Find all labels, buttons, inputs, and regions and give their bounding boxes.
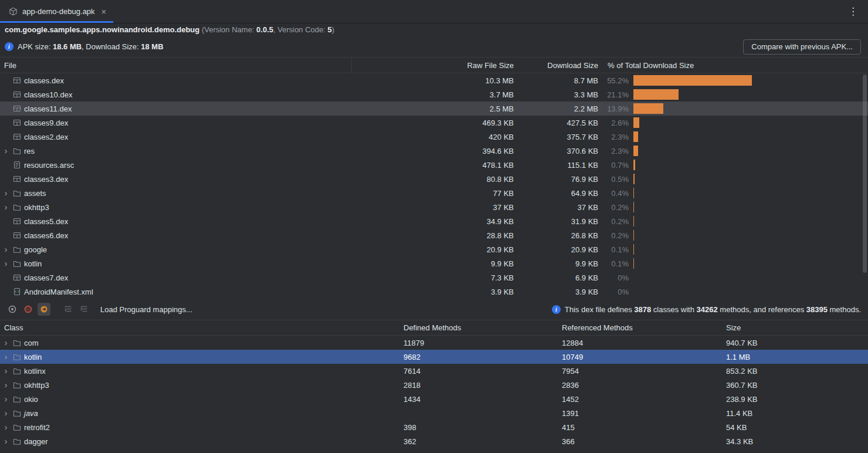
folder-icon [12,409,22,417]
referenced-methods-count: 38395 [806,305,828,314]
defined-methods-cell: 398 [399,423,557,432]
file-name: classes9.dex [24,119,68,127]
chevron-right-icon[interactable]: › [0,144,12,157]
file-row[interactable]: classes10.dex3.7 MB3.3 MB21.1% [0,87,868,102]
class-row[interactable]: ›okhttp328182836360.7 KB [0,378,868,392]
chevron-right-icon[interactable]: › [0,407,12,420]
chevron-right-icon[interactable]: › [0,350,12,363]
chevron-right-icon[interactable]: › [0,336,12,349]
dex-icon [12,119,22,127]
file-name-cell: ›assets [0,186,352,200]
defined-methods-count: 34262 [697,305,718,314]
file-row[interactable]: resources.arsc478.1 KB115.1 KB0.7% [0,158,868,172]
tree-actions-group [62,303,90,316]
percent-bar-cell [631,158,868,172]
vertical-scrollbar-thumb[interactable] [863,75,867,273]
class-table-body: ›com1187912884940.7 KB›kotlin9682107491.… [0,336,868,448]
dex-icon [12,175,22,183]
chevron-right-icon[interactable]: › [0,393,12,405]
raw-file-size-cell: 9.9 KB [352,259,516,268]
apk-size-value: 18.6 MB [53,42,82,51]
file-name-cell: classes10.dex [0,87,352,102]
class-name: com [24,339,39,347]
column-header-size[interactable]: Size [721,323,868,332]
dex-icon [12,273,22,282]
file-name-cell: classes2.dex [0,130,352,144]
chevron-right-icon[interactable]: › [0,435,12,448]
file-row[interactable]: classes7.dex7.3 KB6.9 KB0% [0,271,868,285]
percent-bar-cell [631,271,868,285]
file-row[interactable]: ›res394.6 KB370.6 KB2.3% [0,144,868,158]
percent-value-cell: 0% [601,288,631,296]
file-row[interactable]: classes.dex10.3 MB8.7 MB55.2% [0,73,868,87]
percent-value-cell: 0.1% [601,245,631,254]
apk-size-text: APK size: 18.6 MB, Download Size: 18 MB [18,42,164,51]
file-row[interactable]: AndroidManifest.xml3.9 KB3.9 KB0% [0,285,868,299]
class-row[interactable]: ›kotlinx76147954853.2 KB [0,364,868,378]
show-referenced-nodes-icon[interactable] [38,303,50,316]
more-options-icon[interactable]: ⋮ [839,5,868,18]
chevron-right-icon[interactable]: › [0,364,12,377]
download-size-cell: 76.9 KB [516,175,601,184]
chevron-right-icon[interactable]: › [0,201,12,214]
tab-close-icon[interactable]: × [101,7,107,16]
show-methods-icon[interactable] [22,303,35,316]
class-row[interactable]: ›java139111.4 KB [0,406,868,420]
file-name-cell: resources.arsc [0,158,352,172]
file-row[interactable]: ›kotlin9.9 KB9.9 KB0.1% [0,256,868,271]
download-percent-bar [633,89,679,100]
percent-value-cell: 0.5% [601,175,631,184]
percent-value-cell: 55.2% [601,76,631,85]
download-size-cell: 370.6 KB [516,147,601,155]
file-row[interactable]: classes3.dex80.8 KB76.9 KB0.5% [0,172,868,186]
download-percent-bar [633,216,634,226]
file-row[interactable]: classes11.dex2.5 MB2.2 MB13.9% [0,102,868,116]
percent-value-cell: 0.2% [601,217,631,226]
percent-bar-cell [631,200,868,214]
file-row[interactable]: ›google20.9 KB20.9 KB0.1% [0,242,868,256]
file-row[interactable]: classes6.dex28.8 KB26.8 KB0.2% [0,228,868,242]
compare-apk-button[interactable]: Compare with previous APK... [743,39,861,55]
chevron-right-icon[interactable]: › [0,243,12,256]
collapse-all-icon[interactable] [77,303,90,316]
column-header-referenced-methods[interactable]: Referenced Methods [557,323,721,332]
percent-bar-cell [631,172,868,186]
download-percent-bar [633,160,635,170]
column-header-defined-methods[interactable]: Defined Methods [399,323,557,332]
load-proguard-mappings-label[interactable]: Load Proguard mappings... [100,305,192,314]
expand-all-icon[interactable] [62,303,74,316]
class-row[interactable]: ›okio14341452238.9 KB [0,392,868,406]
file-name-cell: classes.dex [0,73,352,87]
info-icon: i [5,42,13,51]
show-fields-icon[interactable] [6,303,19,316]
chevron-right-icon[interactable]: › [0,378,12,391]
class-row[interactable]: ›dagger36236634.3 KB [0,434,868,448]
chevron-right-icon[interactable]: › [0,257,12,270]
chevron-right-icon[interactable]: › [0,187,12,200]
class-row[interactable]: ›kotlin9682107491.1 MB [0,350,868,364]
arsc-icon [12,161,22,169]
download-size-cell: 2.2 MB [516,104,601,113]
download-percent-bar [633,131,638,142]
class-row[interactable]: ›com1187912884940.7 KB [0,336,868,350]
column-header-download-size[interactable]: Download Size [516,61,601,70]
percent-value-cell: 2.3% [601,147,631,155]
file-row[interactable]: ›okhttp337 KB37 KB0.2% [0,200,868,214]
download-size-cell: 26.8 KB [516,231,601,240]
column-header-percent[interactable]: % of Total Download Size [601,61,868,70]
column-header-class[interactable]: Class [0,323,399,332]
apk-file-icon [8,7,18,16]
class-name-cell: ›retrofit2 [0,420,399,434]
column-header-file[interactable]: File [0,58,352,73]
file-row[interactable]: classes2.dex420 KB375.7 KB2.3% [0,130,868,144]
file-name: resources.arsc [24,161,74,170]
file-row[interactable]: ›assets77 KB64.9 KB0.4% [0,186,868,200]
file-row[interactable]: classes9.dex469.3 KB427.5 KB2.6% [0,116,868,130]
class-row[interactable]: ›retrofit239841554 KB [0,420,868,434]
chevron-right-icon[interactable]: › [0,421,12,434]
defined-methods-cell: 2818 [399,381,557,390]
tab-apk-analyzer[interactable]: app-demo-debug.apk × [0,0,113,23]
file-row[interactable]: classes5.dex34.9 KB31.9 KB0.2% [0,214,868,228]
version-code-value: 5 [328,25,332,34]
column-header-raw-size[interactable]: Raw File Size [352,61,516,70]
